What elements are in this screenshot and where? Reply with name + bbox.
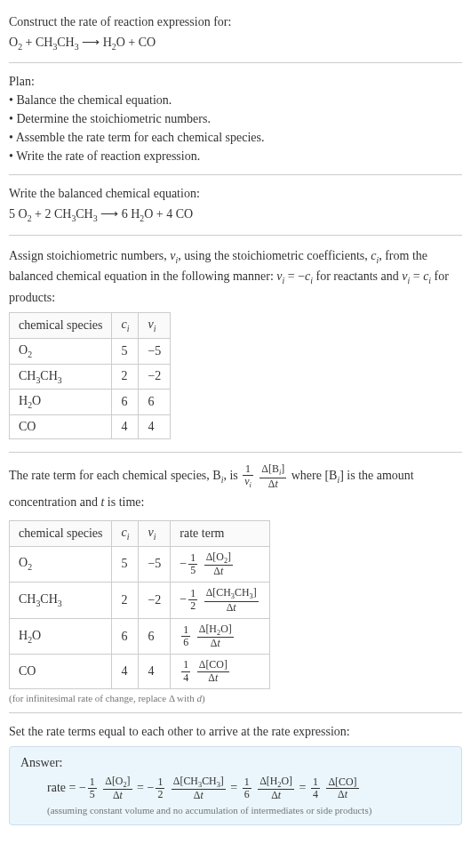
cell-ci: 4 [112,655,139,688]
col-species: chemical species [10,520,112,546]
cell-species: CO [10,415,112,439]
divider [9,62,462,63]
stoich-block: Assign stoichiometric numbers, νi, using… [9,239,462,448]
divider [9,452,462,453]
cell-vi: −5 [139,338,171,364]
answer-note: (assuming constant volume and no accumul… [20,805,451,816]
prompt-text: Construct the rate of reaction expressio… [9,12,462,31]
table-header-row: chemical species ci νi rate term [10,520,270,546]
cell-ci: 5 [112,338,139,364]
balanced-block: Write the balanced chemical equation: 5 … [9,179,462,230]
table-row: CH3CH3 2 −2 −12 Δ[CH3CH3]Δt [10,583,270,619]
cell-vi: 6 [139,618,171,655]
col-species: chemical species [10,312,112,338]
divider [9,712,462,713]
table-row: O2 5 −5 −15 Δ[O2]Δt [10,546,270,583]
stoich-table: chemical species ci νi O2 5 −5 CH3CH3 2 … [9,312,171,439]
col-ci: ci [112,312,139,338]
plan-block: Plan: • Balance the chemical equation. •… [9,67,462,171]
table-row: CO 4 4 14 Δ[CO]Δt [10,655,270,688]
plan-item: • Balance the chemical equation. [9,91,462,109]
table-header-row: chemical species ci νi [10,312,171,338]
col-ci: ci [112,520,139,546]
cell-vi: 4 [139,655,171,688]
cell-species: CO [10,655,112,688]
plan-title: Plan: [9,72,462,91]
cell-rate: −12 Δ[CH3CH3]Δt [171,583,269,619]
cell-vi: −5 [139,546,171,583]
table-row: CH3CH3 2 −2 [10,364,171,390]
cell-species: O2 [10,546,112,583]
table-row: H2O 6 6 [10,390,171,415]
header-block: Construct the rate of reaction expressio… [9,7,462,59]
cell-vi: −2 [139,364,171,390]
cell-rate: 14 Δ[CO]Δt [171,655,269,688]
stoich-intro: Assign stoichiometric numbers, νi, using… [9,246,462,307]
cell-ci: 4 [112,415,139,439]
cell-ci: 2 [112,583,139,619]
cell-ci: 5 [112,546,139,583]
plan-item: • Write the rate of reaction expression. [9,147,462,165]
final-title: Set the rate terms equal to each other t… [9,722,462,741]
col-vi: νi [139,520,171,546]
cell-vi: 6 [139,390,171,415]
cell-ci: 2 [112,364,139,390]
cell-rate: −15 Δ[O2]Δt [171,546,269,583]
rate-term-block: The rate term for each chemical species,… [9,456,462,708]
answer-label: Answer: [20,756,451,770]
rate-term-intro: The rate term for each chemical species,… [9,463,462,515]
cell-species: O2 [10,338,112,364]
cell-ci: 6 [112,390,139,415]
cell-vi: 4 [139,415,171,439]
final-block: Set the rate terms equal to each other t… [9,717,462,832]
table-row: H2O 6 6 16 Δ[H2O]Δt [10,618,270,655]
balanced-equation: 5 O2 + 2 CH3CH3 ⟶ 6 H2O + 4 CO [9,205,462,225]
rate-term-table: chemical species ci νi rate term O2 5 −5… [9,520,270,689]
unbalanced-equation: O2 + CH3CH3 ⟶ H2O + CO [9,33,462,53]
balanced-title: Write the balanced chemical equation: [9,184,462,203]
col-vi: νi [139,312,171,338]
table-row: O2 5 −5 [10,338,171,364]
cell-species: CH3CH3 [10,364,112,390]
plan-item: • Determine the stoichiometric numbers. [9,109,462,128]
answer-expression: rate = −15 Δ[O2]Δt = −12 Δ[CH3CH3]Δt = 1… [20,776,451,802]
cell-species: CH3CH3 [10,583,112,619]
table-row: CO 4 4 [10,415,171,439]
divider [9,174,462,175]
cell-rate: 16 Δ[H2O]Δt [171,618,269,655]
cell-species: H2O [10,618,112,655]
answer-box: Answer: rate = −15 Δ[O2]Δt = −12 Δ[CH3CH… [9,746,462,826]
col-rate: rate term [171,520,269,546]
cell-vi: −2 [139,583,171,619]
infinitesimal-note: (for infinitesimal rate of change, repla… [9,693,462,703]
plan-item: • Assemble the rate term for each chemic… [9,128,462,147]
cell-ci: 6 [112,618,139,655]
cell-species: H2O [10,390,112,415]
divider [9,235,462,236]
